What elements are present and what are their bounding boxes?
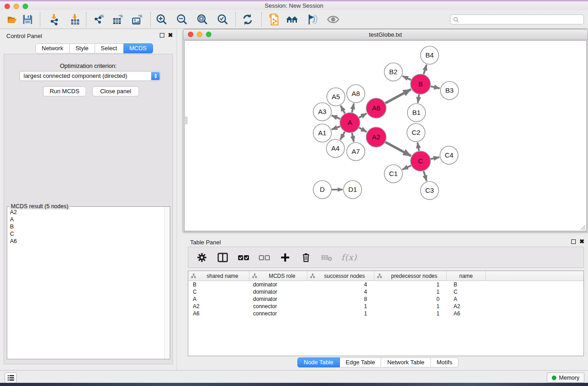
- graph-edge-A-A2[interactable]: [359, 128, 367, 132]
- task-history-button[interactable]: [5, 372, 17, 383]
- graph-edge-A-A4[interactable]: [340, 132, 345, 140]
- graph-node-C1[interactable]: C1: [384, 165, 402, 183]
- graph-edge-B-B1[interactable]: [418, 95, 419, 103]
- canvas-left-scroll-nub[interactable]: [184, 117, 187, 124]
- graphics-details-button[interactable]: [306, 13, 319, 26]
- first-neighbors-button[interactable]: [285, 13, 299, 26]
- zoom-selected-button[interactable]: [216, 13, 229, 26]
- export-network-button[interactable]: [92, 13, 105, 26]
- graph-node-A5[interactable]: A5: [327, 88, 345, 106]
- export-image-button[interactable]: [130, 13, 144, 26]
- float-table-panel-icon[interactable]: [571, 239, 576, 244]
- graph-edge-B-B2[interactable]: [402, 76, 411, 80]
- graph-edge-A6-B[interactable]: [385, 89, 411, 103]
- column-header-shared-name[interactable]: shared name: [188, 271, 249, 281]
- graph-edge-B-B4[interactable]: [424, 65, 427, 74]
- tab-network[interactable]: Network: [35, 43, 70, 53]
- graph-node-D1[interactable]: D1: [344, 181, 362, 199]
- delete-row-button[interactable]: [300, 251, 312, 264]
- open-session-button[interactable]: [6, 13, 19, 26]
- graph-node-B[interactable]: B: [411, 74, 430, 94]
- import-network-button[interactable]: [48, 13, 61, 26]
- graph-edge-A-A8[interactable]: [352, 104, 354, 113]
- graph-edge-C-C2[interactable]: [417, 143, 419, 151]
- close-table-panel-icon[interactable]: ✖: [579, 239, 584, 244]
- search-input[interactable]: [461, 16, 583, 23]
- graph-node-A6[interactable]: A6: [366, 98, 386, 118]
- column-header-mcds-role[interactable]: MCDS role: [249, 271, 307, 281]
- tab-network-table[interactable]: Network Table: [381, 357, 430, 367]
- memory-button[interactable]: Memory: [547, 372, 584, 383]
- zoom-fit-button[interactable]: [196, 13, 209, 26]
- graph-edge-C-C4[interactable]: [431, 157, 440, 159]
- table-row[interactable]: Adominator80A: [188, 295, 583, 303]
- graph-node-A1[interactable]: A1: [313, 124, 331, 142]
- graph-node-B1[interactable]: B1: [407, 104, 425, 122]
- result-item[interactable]: B: [7, 223, 164, 230]
- criterion-select[interactable]: largest connected component (directed): [19, 71, 161, 81]
- graph-edge-C-C3[interactable]: [424, 171, 427, 181]
- column-header-predecessor-nodes[interactable]: predecessor nodes: [374, 271, 447, 281]
- network-graph[interactable]: AA1A2A3A4A5A6A7A8BB1B2B3B4CC1C2C3C4DD1: [185, 41, 586, 231]
- add-row-button[interactable]: [279, 251, 292, 264]
- run-mcds-button[interactable]: Run MCDS: [43, 86, 86, 96]
- table-row[interactable]: A6connector11A6: [188, 310, 583, 317]
- graph-node-C[interactable]: C: [411, 151, 430, 171]
- graph-node-D[interactable]: D: [313, 181, 331, 199]
- graph-node-A2[interactable]: A2: [366, 127, 386, 147]
- graph-edge-A-A3[interactable]: [332, 115, 340, 119]
- graph-node-A7[interactable]: A7: [347, 143, 365, 161]
- result-item[interactable]: A: [7, 216, 164, 223]
- graph-edge-A2-C[interactable]: [385, 142, 411, 156]
- table-row[interactable]: Bdominator41B: [188, 281, 583, 288]
- graph-node-B2[interactable]: B2: [384, 63, 402, 81]
- zoom-out-button[interactable]: [175, 13, 189, 26]
- graph-node-A4[interactable]: A4: [326, 139, 344, 157]
- result-scrollbar[interactable]: [164, 207, 170, 359]
- graph-edge-A-A5[interactable]: [341, 105, 345, 114]
- tab-motifs[interactable]: Motifs: [431, 357, 459, 367]
- graph-node-B4[interactable]: B4: [421, 46, 439, 64]
- save-session-button[interactable]: [21, 13, 34, 26]
- float-panel-icon[interactable]: [160, 33, 164, 38]
- export-table-button[interactable]: [111, 13, 124, 26]
- column-header-successor-nodes[interactable]: successor nodes: [307, 271, 374, 281]
- refresh-button[interactable]: [241, 13, 254, 26]
- close-panel-icon[interactable]: ✖: [168, 33, 173, 38]
- network-canvas[interactable]: AA1A2A3A4A5A6A7A8BB1B2B3B4CC1C2C3C4DD1: [184, 40, 587, 231]
- tab-mcds[interactable]: MCDS: [124, 43, 153, 53]
- function-builder-button[interactable]: f(x): [341, 251, 357, 264]
- delete-table-button[interactable]: [320, 251, 333, 264]
- graph-edge-A-A1[interactable]: [332, 126, 340, 129]
- graph-edge-C-C1[interactable]: [402, 166, 411, 170]
- zoom-in-button[interactable]: [155, 13, 168, 26]
- result-item[interactable]: C: [7, 230, 164, 238]
- result-item[interactable]: A6: [7, 238, 164, 245]
- tab-select[interactable]: Select: [95, 43, 124, 53]
- graph-node-C4[interactable]: C4: [440, 146, 458, 164]
- table-options-button[interactable]: [196, 251, 208, 264]
- tab-edge-table[interactable]: Edge Table: [340, 357, 382, 367]
- deselect-all-button[interactable]: [258, 251, 271, 264]
- result-item[interactable]: A2: [7, 209, 164, 216]
- graph-edge-B-B3[interactable]: [431, 86, 440, 88]
- search-field[interactable]: [450, 14, 584, 24]
- graph-edge-A-A7[interactable]: [352, 133, 354, 142]
- navigator-button[interactable]: [326, 13, 340, 26]
- import-table-button[interactable]: [68, 13, 82, 26]
- column-header-name[interactable]: name: [447, 271, 486, 281]
- graph-node-B3[interactable]: B3: [440, 81, 459, 100]
- tab-node-table[interactable]: Node Table: [297, 357, 340, 367]
- show-columns-button[interactable]: [216, 251, 229, 264]
- network-window-titlebar[interactable]: testGlobe.txt: [183, 29, 588, 40]
- graph-node-C3[interactable]: C3: [421, 181, 439, 200]
- node-table[interactable]: shared nameMCDS rolesuccessor nodesprede…: [188, 271, 584, 356]
- close-panel-button[interactable]: Close panel: [92, 86, 139, 96]
- table-row[interactable]: A2connector11A2: [188, 303, 583, 310]
- tab-style[interactable]: Style: [70, 43, 95, 53]
- graph-node-A3[interactable]: A3: [313, 103, 331, 121]
- resize-grip-icon[interactable]: [579, 224, 586, 230]
- graph-node-C2[interactable]: C2: [407, 124, 425, 142]
- graph-node-A8[interactable]: A8: [347, 85, 365, 103]
- graph-node-A[interactable]: A: [340, 113, 360, 133]
